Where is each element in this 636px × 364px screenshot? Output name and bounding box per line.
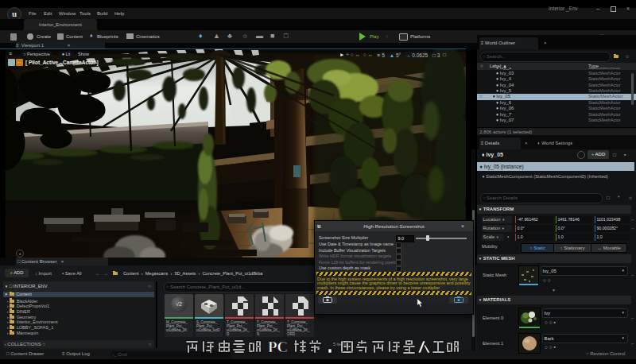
svg-text:PC: PC [268,339,288,355]
